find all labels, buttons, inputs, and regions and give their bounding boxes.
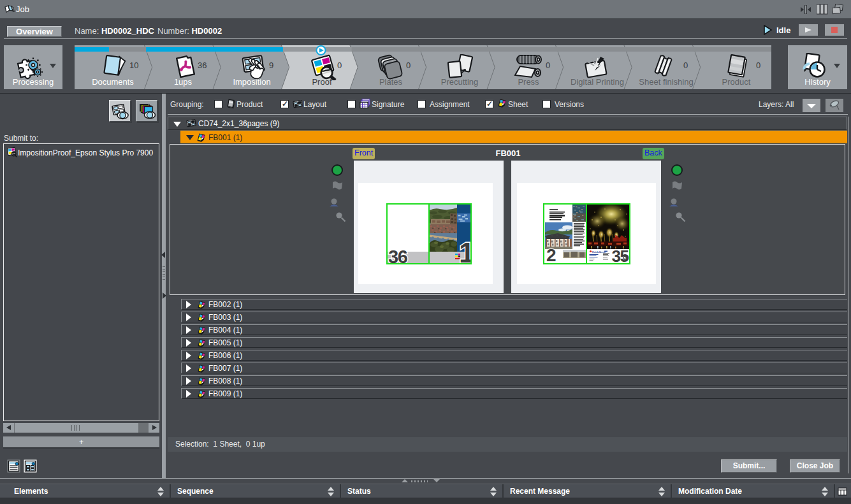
svg-text:35: 35 (612, 247, 629, 263)
svg-text:36: 36 (388, 247, 408, 263)
svg-text:Heidelberg: Heidelberg (592, 250, 606, 254)
svg-text:1: 1 (459, 237, 470, 264)
svg-text:2: 2 (546, 245, 556, 263)
